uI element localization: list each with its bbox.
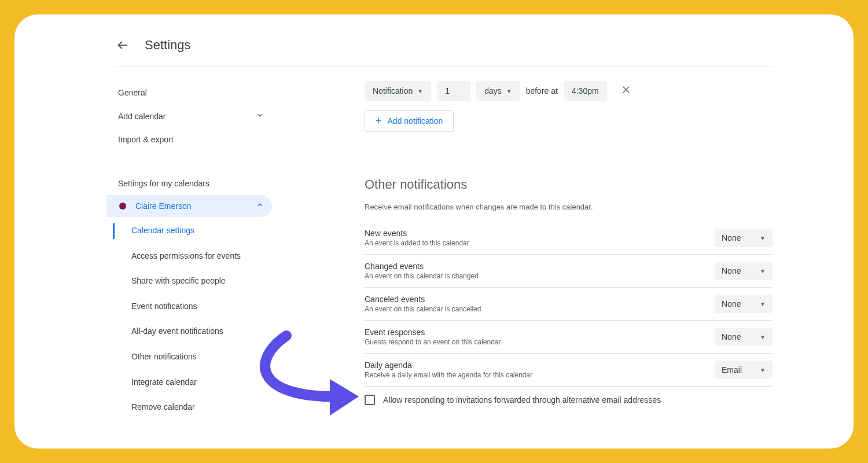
before-at-label: before at <box>526 86 558 95</box>
sidebar: General Add calendar Import & export Set… <box>110 81 272 420</box>
dropdown-triangle-icon: ▼ <box>506 88 512 94</box>
row-label: Changed events <box>365 262 479 271</box>
notification-time-input[interactable]: 4:30pm <box>564 81 607 101</box>
settings-header: Settings <box>116 38 773 67</box>
dropdown-triangle-icon: ▼ <box>760 301 766 307</box>
dropdown-triangle-icon: ▼ <box>760 334 766 340</box>
table-row: Event responses Guests respond to an eve… <box>365 321 773 354</box>
row-desc: An event is added to this calendar <box>365 239 469 247</box>
back-arrow-icon[interactable] <box>116 38 130 52</box>
main-content: Notification ▼ days ▼ before at 4:30pm <box>272 81 773 420</box>
row-desc: An event on this calendar is changed <box>365 272 479 280</box>
sidebar-sub-share[interactable]: Share with specific people <box>111 269 272 294</box>
sidebar-sub-other-notifications[interactable]: Other notifications <box>111 344 272 370</box>
sidebar-sub-calendar-settings[interactable]: Calendar settings <box>111 218 272 244</box>
table-row: Daily agenda Receive a daily email with … <box>365 354 773 387</box>
sidebar-item-add-calendar[interactable]: Add calendar <box>110 104 272 128</box>
table-row: Canceled events An event on this calenda… <box>365 288 773 321</box>
notification-config-row: Notification ▼ days ▼ before at 4:30pm <box>365 81 773 101</box>
dropdown-triangle-icon: ▼ <box>760 235 766 241</box>
sidebar-section-title: Settings for my calendars <box>110 172 272 195</box>
notification-time-label: 4:30pm <box>572 86 599 95</box>
sidebar-sub-allday-notifications[interactable]: All-day event notifications <box>111 319 272 344</box>
row-label: New events <box>365 229 469 238</box>
sidebar-item-import-export[interactable]: Import & export <box>110 128 272 151</box>
dropdown-triangle-icon: ▼ <box>417 88 423 94</box>
other-notifications-desc: Receive email notifications when changes… <box>365 203 773 211</box>
row-value: None <box>722 299 741 308</box>
row-desc: Receive a daily email with the agenda fo… <box>365 371 532 379</box>
plus-icon: + <box>376 116 382 126</box>
notification-unit-label: days <box>484 86 502 95</box>
calendar-name: Claire Emerson <box>135 201 191 211</box>
add-notification-label: Add notification <box>388 116 443 126</box>
checkbox-icon[interactable] <box>365 395 375 405</box>
row-value-dropdown[interactable]: Email ▼ <box>715 361 773 379</box>
row-label: Canceled events <box>365 295 481 304</box>
row-label: Daily agenda <box>365 361 532 370</box>
sidebar-sub-remove[interactable]: Remove calendar <box>111 395 272 420</box>
row-value-dropdown[interactable]: None ▼ <box>715 328 773 346</box>
sidebar-sub-access-permissions[interactable]: Access permissions for events <box>111 244 272 269</box>
table-row: New events An event is added to this cal… <box>365 222 773 255</box>
calendar-color-dot <box>119 203 126 210</box>
allow-forwarded-checkbox-row[interactable]: Allow responding to invitations forwarde… <box>365 387 773 413</box>
add-notification-button[interactable]: + Add notification <box>365 110 454 132</box>
dropdown-triangle-icon: ▼ <box>760 268 766 274</box>
chevron-down-icon <box>256 111 264 121</box>
other-notifications-table: New events An event is added to this cal… <box>365 222 773 387</box>
row-value: None <box>722 332 741 341</box>
notification-unit-dropdown[interactable]: days ▼ <box>476 81 520 101</box>
row-value-dropdown[interactable]: None ▼ <box>715 229 773 247</box>
row-value: None <box>722 266 741 275</box>
page-title: Settings <box>145 38 191 53</box>
sidebar-item-general[interactable]: General <box>110 81 272 104</box>
sidebar-add-calendar-label: Add calendar <box>118 112 166 121</box>
row-value-dropdown[interactable]: None ▼ <box>715 262 773 280</box>
notification-amount-input[interactable] <box>437 81 470 101</box>
notification-method-dropdown[interactable]: Notification ▼ <box>365 81 431 101</box>
row-value: Email <box>722 365 742 374</box>
sidebar-sub-event-notifications[interactable]: Event notifications <box>111 294 272 319</box>
allow-forwarded-label: Allow responding to invitations forwarde… <box>383 395 661 405</box>
row-label: Event responses <box>365 328 501 337</box>
table-row: Changed events An event on this calendar… <box>365 255 773 288</box>
chevron-up-icon <box>256 201 264 211</box>
notification-method-label: Notification <box>373 86 413 95</box>
notification-amount-field[interactable] <box>445 86 462 95</box>
row-value: None <box>722 233 741 242</box>
dropdown-triangle-icon: ▼ <box>760 367 766 373</box>
other-notifications-heading: Other notifications <box>365 177 773 192</box>
sidebar-sub-integrate[interactable]: Integrate calendar <box>111 370 272 395</box>
sidebar-calendar-item[interactable]: Claire Emerson <box>106 195 272 217</box>
remove-notification-icon[interactable] <box>621 84 631 98</box>
row-value-dropdown[interactable]: None ▼ <box>715 295 773 313</box>
row-desc: An event on this calendar is cancelled <box>365 305 481 313</box>
row-desc: Guests respond to an event on this calen… <box>365 338 501 346</box>
